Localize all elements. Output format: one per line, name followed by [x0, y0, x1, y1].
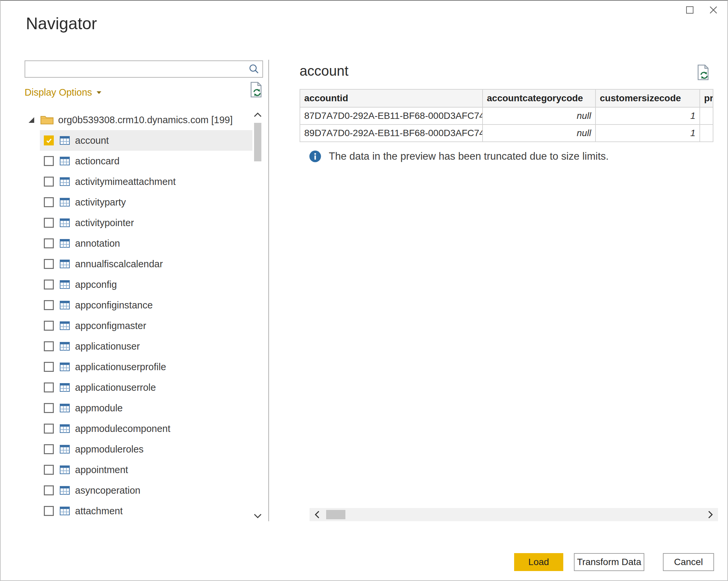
tree-item[interactable]: appointment [40, 459, 253, 480]
cell-accountid: 87D7A7D0-292A-EB11-BF68-000D3AFC74D7 [300, 107, 483, 125]
tree-item[interactable]: annotation [40, 233, 253, 254]
checkbox[interactable] [44, 300, 54, 310]
tree-items: account actioncard [25, 130, 253, 521]
tree-item[interactable]: appmoduleroles [40, 439, 253, 459]
tree-item-label: activitymimeattachment [75, 176, 176, 187]
close-icon [709, 5, 718, 15]
tree-item-label: account [75, 135, 109, 146]
preview-title: account [300, 63, 348, 79]
expand-triangle-icon[interactable] [29, 117, 34, 123]
scroll-up-icon[interactable] [253, 112, 262, 117]
checkbox[interactable] [44, 238, 54, 248]
checkbox[interactable] [44, 156, 54, 166]
checkbox[interactable] [44, 177, 54, 187]
cell-accountcategorycode: null [483, 107, 596, 125]
column-header-truncated: pr [700, 89, 713, 107]
table-icon [60, 218, 70, 227]
check-icon [46, 137, 52, 144]
cell-customersizecode: 1 [596, 125, 700, 142]
table-icon [60, 198, 70, 207]
tree-item[interactable]: activityparty [40, 192, 253, 212]
table-icon [60, 136, 70, 145]
search-input[interactable] [25, 61, 246, 77]
checkbox[interactable] [44, 341, 54, 351]
display-options-dropdown[interactable]: Display Options [25, 87, 102, 98]
checkbox[interactable] [44, 259, 54, 269]
tree-scrollbar[interactable] [253, 112, 263, 519]
table-icon [60, 507, 70, 515]
checkbox[interactable] [44, 362, 54, 372]
close-button[interactable] [709, 5, 718, 15]
scrollbar-thumb[interactable] [254, 123, 261, 161]
tree-item[interactable]: appmodule [40, 398, 253, 418]
checkbox[interactable] [44, 280, 54, 290]
maximize-button[interactable] [685, 6, 694, 14]
checkbox[interactable] [44, 403, 54, 413]
tree-item[interactable]: annualfiscalcalendar [40, 254, 253, 274]
tree-item[interactable]: activitypointer [40, 212, 253, 233]
scroll-left-icon[interactable] [310, 510, 325, 519]
cell-truncated [700, 107, 713, 125]
checkbox[interactable] [44, 485, 54, 495]
load-button[interactable]: Load [514, 553, 563, 571]
column-header-accountcategorycode: accountcategorycode [483, 89, 596, 107]
tree-item[interactable]: appconfig [40, 274, 253, 295]
hscrollbar-track[interactable] [325, 508, 703, 521]
table-icon [60, 404, 70, 412]
search-icon[interactable] [246, 63, 262, 75]
tree-item[interactable]: asyncoperation [40, 480, 253, 501]
tree-item-label: actioncard [75, 156, 120, 167]
tree-item-label: annualfiscalcalendar [75, 259, 163, 270]
truncation-notice: The data in the preview has been truncat… [309, 150, 609, 163]
tree-item[interactable]: account [40, 130, 253, 151]
table-body: 87D7A7D0-292A-EB11-BF68-000D3AFC74D7 nul… [300, 107, 713, 142]
table-icon [60, 260, 70, 268]
checkbox[interactable] [44, 444, 54, 454]
info-icon [309, 150, 321, 163]
table-icon [60, 445, 70, 453]
tree-root-item[interactable]: org0b539308.crm10.dynamics.com [199] [25, 110, 253, 130]
tree-item[interactable]: actioncard [40, 151, 253, 171]
table-icon [60, 424, 70, 433]
scroll-down-icon[interactable] [253, 513, 262, 519]
chevron-down-icon [96, 90, 102, 95]
panel-divider [268, 60, 269, 521]
tree-root-label: org0b539308.crm10.dynamics.com [199] [58, 114, 233, 126]
table-icon [60, 342, 70, 351]
transform-data-button[interactable]: Transform Data [574, 553, 644, 571]
tree-item[interactable]: appconfigmaster [40, 315, 253, 336]
checkbox[interactable] [44, 424, 54, 433]
tree-item[interactable]: appmodulecomponent [40, 418, 253, 439]
refresh-icon[interactable] [249, 82, 263, 99]
tree-item[interactable]: applicationuserprofile [40, 356, 253, 377]
checkbox[interactable] [44, 506, 54, 516]
column-header-customersizecode: customersizecode [596, 89, 700, 107]
folder-icon [40, 115, 53, 125]
scroll-right-icon[interactable] [703, 510, 718, 519]
tree-item[interactable]: applicationuserrole [40, 377, 253, 398]
table-icon [60, 239, 70, 248]
cell-truncated [700, 125, 713, 142]
table-row: 89D7A7D0-292A-EB11-BF68-000D3AFC74D7 nul… [300, 125, 713, 142]
cancel-button[interactable]: Cancel [663, 553, 714, 571]
checkbox[interactable] [44, 135, 54, 146]
preview-table: accountid accountcategorycode customersi… [300, 89, 713, 142]
hscrollbar-thumb[interactable] [326, 510, 345, 519]
tree-item[interactable]: appconfiginstance [40, 295, 253, 315]
checkbox[interactable] [44, 197, 54, 207]
checkbox[interactable] [44, 218, 54, 228]
window-controls [685, 5, 718, 15]
tree-item-label: appconfigmaster [75, 320, 146, 331]
checkbox[interactable] [44, 382, 54, 392]
checkbox[interactable] [44, 321, 54, 331]
tree-item-label: activitypointer [75, 217, 134, 229]
tree-item-label: appconfig [75, 279, 117, 290]
refresh-preview-icon[interactable] [696, 64, 710, 82]
table-icon [60, 466, 70, 474]
checkbox[interactable] [44, 465, 54, 475]
table-row: 87D7A7D0-292A-EB11-BF68-000D3AFC74D7 nul… [300, 107, 713, 125]
tree-item[interactable]: attachment [40, 501, 253, 521]
tree-item[interactable]: activitymimeattachment [40, 171, 253, 192]
tree-item[interactable]: applicationuser [40, 336, 253, 356]
preview-hscrollbar[interactable] [310, 508, 718, 521]
